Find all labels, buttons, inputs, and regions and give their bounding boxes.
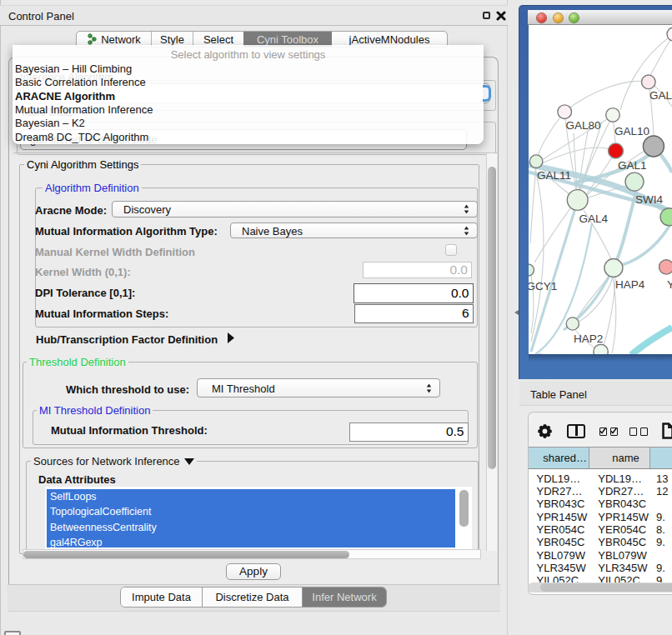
- svg-text:HAP2: HAP2: [574, 332, 603, 345]
- svg-text:GAL80: GAL80: [566, 119, 601, 132]
- svg-text:HAP4: HAP4: [615, 278, 645, 291]
- svg-text:GCY1: GCY1: [529, 280, 557, 292]
- svg-text:Y: Y: [667, 278, 672, 291]
- svg-text:SWI4: SWI4: [635, 193, 663, 206]
- svg-text:GAL1: GAL1: [618, 159, 647, 172]
- svg-text:GAL11: GAL11: [537, 169, 571, 182]
- svg-text:GAL10: GAL10: [614, 125, 649, 138]
- svg-text:GAL4: GAL4: [579, 212, 609, 225]
- svg-text:GAL7: GAL7: [649, 89, 672, 102]
